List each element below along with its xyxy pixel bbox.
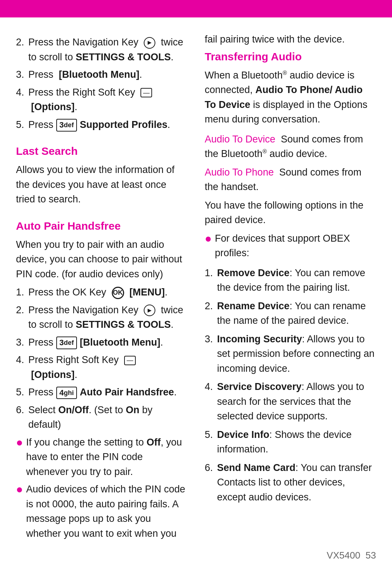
bullet-dot-1: ● — [16, 435, 23, 450]
bullet-dot-obex: ● — [205, 231, 211, 246]
left-column: 2. Press the Navigation Key ► twiceto sc… — [16, 32, 187, 544]
page-number: 53 — [366, 550, 376, 561]
auto-pair-step-6: 6. Select On/Off. (Set to On by default) — [16, 403, 187, 432]
last-search-body: Allows you to view the information of th… — [16, 162, 187, 207]
key-3def-2: 3 def — [56, 337, 77, 349]
option-remove-device: 1. Remove Device: You can remove the dev… — [205, 266, 376, 295]
auto-pair-step-5: 5. Press 4 ghi Auto Pair Handsfree. — [16, 385, 187, 400]
auto-pair-heading: Auto Pair Handsfree — [16, 220, 187, 232]
audio-to-device-line: Audio To Device Sound comes from the Blu… — [205, 132, 376, 161]
intro-item-2: 2. Press the Navigation Key ► twiceto sc… — [16, 35, 187, 64]
option-incoming-security: 3. Incoming Security: Allows you to set … — [205, 332, 376, 376]
right-column: fail pairing twice with the device. Tran… — [205, 32, 376, 544]
obex-bullet: ● For devices that support OBEX profiles… — [205, 231, 376, 261]
intro-item-4: 4. Press the Right Soft Key — [Options]. — [16, 85, 187, 114]
option-send-name-card: 6. Send Name Card: You can transfer Cont… — [205, 460, 376, 505]
soft-key-icon-2: — — [124, 356, 136, 365]
intro-item-3: 3. Press [Bluetooth Menu]. — [16, 67, 187, 82]
bullet-dot-2: ● — [16, 482, 23, 497]
auto-pair-body: When you try to pair with an audio devic… — [16, 237, 187, 282]
auto-pair-step-2: 2. Press the Navigation Key ► twiceto sc… — [16, 303, 187, 332]
option-rename-device: 2. Rename Device: You can rename the nam… — [205, 299, 376, 328]
audio-to-phone-line: Audio To Phone Sound comes from the hand… — [205, 165, 376, 194]
obex-bullet-list: ● For devices that support OBEX profiles… — [205, 231, 376, 261]
intro-item-5: 5. Press 3 def Supported Profiles. — [16, 117, 187, 132]
auto-pair-step-3: 3. Press 3 def [Bluetooth Menu]. — [16, 335, 187, 350]
auto-pair-steps: 1. Press the OK Key OK [MENU]. 2. Press … — [16, 285, 187, 432]
fail-pairing-text: fail pairing twice with the device. — [205, 32, 376, 47]
key-3def: 3 def — [56, 119, 77, 132]
last-search-heading: Last Search — [16, 145, 187, 157]
key-4ghi: 4 ghi — [56, 387, 77, 399]
top-bar — [0, 0, 392, 17]
model-number: VX5400 — [327, 550, 360, 561]
bullet-pin-code: ● Audio devices of which the PIN code is… — [16, 482, 187, 541]
nav-key-icon: ► — [144, 37, 155, 49]
auto-pair-bullets: ● If you change the setting to Off, you … — [16, 435, 187, 541]
transferring-audio-body: When a Bluetooth® audio device is connec… — [205, 68, 376, 127]
following-options-text: You have the following options in the pa… — [205, 198, 376, 227]
intro-list: 2. Press the Navigation Key ► twiceto sc… — [16, 35, 187, 132]
auto-pair-step-1: 1. Press the OK Key OK [MENU]. — [16, 285, 187, 300]
transferring-audio-heading: Transferring Audio — [205, 51, 376, 63]
option-device-info: 5. Device Info: Shows the device informa… — [205, 427, 376, 457]
ok-key-icon: OK — [112, 287, 124, 299]
option-service-discovery: 4. Service Discovery: Allows you to sear… — [205, 379, 376, 424]
bullet-off-setting: ● If you change the setting to Off, you … — [16, 435, 187, 479]
paired-device-options: 1. Remove Device: You can remove the dev… — [205, 266, 376, 505]
footer: VX5400 53 — [327, 550, 376, 561]
auto-pair-step-4: 4. Press Right Soft Key — [Options]. — [16, 352, 187, 382]
nav-key-icon-2: ► — [144, 305, 155, 316]
soft-key-icon: — — [140, 88, 152, 97]
